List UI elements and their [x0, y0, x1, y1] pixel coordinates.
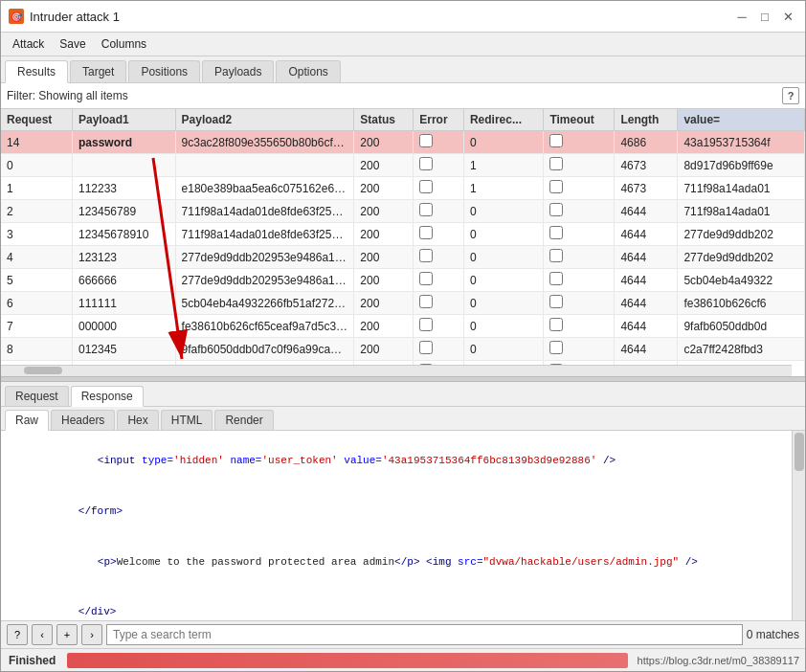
- table-cell: [544, 338, 615, 361]
- help-button[interactable]: ?: [7, 624, 28, 645]
- tab-request[interactable]: Request: [5, 386, 69, 406]
- table-cell: 200: [354, 177, 414, 200]
- filter-help-button[interactable]: ?: [782, 87, 799, 104]
- table-row[interactable]: 0200146738d917d96b9ff69e: [1, 154, 805, 177]
- table-scroll[interactable]: Request Payload1 Payload2 Status Error R…: [1, 109, 805, 376]
- row-checkbox[interactable]: [419, 318, 433, 331]
- tab-hex[interactable]: Hex: [117, 410, 158, 430]
- table-row[interactable]: 80123459fafb6050ddb0d7c0f96a99ca2a...200…: [1, 338, 805, 361]
- filter-text: Filter: Showing all items: [7, 89, 778, 102]
- table-cell: [544, 154, 615, 177]
- tab-html[interactable]: HTML: [161, 410, 213, 430]
- table-cell: 711f98a14ada01: [678, 200, 805, 223]
- table-cell: 9c3ac28f809e355650b80b6cfd...: [175, 131, 354, 154]
- row-checkbox[interactable]: [419, 249, 433, 262]
- tab-headers[interactable]: Headers: [51, 410, 115, 430]
- row-checkbox[interactable]: [549, 134, 563, 147]
- table-cell: 8: [1, 338, 73, 361]
- bottom-panel: Request Response Raw Headers Hex HTML Re…: [1, 382, 805, 649]
- horizontal-scrollbar[interactable]: [1, 365, 792, 376]
- table-row[interactable]: 2123456789711f98a14ada01de8fde63f2546...…: [1, 200, 805, 223]
- table-cell: 200: [354, 338, 414, 361]
- table-cell: 4644: [615, 338, 678, 361]
- vertical-scrollbar[interactable]: [792, 431, 805, 621]
- row-checkbox[interactable]: [549, 272, 563, 285]
- next-button-add[interactable]: +: [56, 624, 78, 645]
- table-cell: c2a7ff2428fbd3: [678, 338, 805, 361]
- table-cell: [414, 246, 464, 269]
- table-cell: [414, 292, 464, 315]
- col-status: Status: [354, 109, 414, 131]
- table-row[interactable]: 14password9c3ac28f809e355650b80b6cfd...2…: [1, 131, 805, 154]
- row-checkbox[interactable]: [549, 157, 563, 170]
- row-checkbox[interactable]: [549, 295, 563, 308]
- tab-response[interactable]: Response: [71, 386, 144, 407]
- table-cell: 9fafb6050ddb0d: [678, 315, 805, 338]
- table-cell: 123456789: [73, 200, 176, 223]
- table-row[interactable]: 5666666277de9d9ddb202953e9486a144...2000…: [1, 269, 805, 292]
- title-bar: 🎯 Intruder attack 1 ─ □ ✕: [1, 1, 805, 33]
- row-checkbox[interactable]: [419, 157, 433, 170]
- col-timeout: Timeout: [544, 109, 615, 131]
- row-checkbox[interactable]: [549, 318, 563, 331]
- menu-save[interactable]: Save: [52, 34, 93, 54]
- table-cell: 0: [463, 200, 543, 223]
- maximize-button[interactable]: □: [755, 7, 774, 26]
- table-cell: 200: [354, 131, 414, 154]
- row-checkbox[interactable]: [549, 203, 563, 216]
- row-checkbox[interactable]: [419, 134, 433, 147]
- row-checkbox[interactable]: [549, 180, 563, 193]
- scroll-thumb: [24, 367, 62, 374]
- table-cell: [414, 154, 464, 177]
- table-cell: 8d917d96b9ff69e: [678, 154, 805, 177]
- row-checkbox[interactable]: [419, 272, 433, 285]
- table-cell: 666666: [73, 269, 176, 292]
- menu-columns[interactable]: Columns: [94, 34, 154, 54]
- window-title: Intruder attack 1: [30, 10, 727, 24]
- table-cell: 0: [463, 338, 543, 361]
- table-cell: 711f98a14ada01de8fde63f2546...: [175, 200, 354, 223]
- table-cell: 12345678910: [73, 223, 176, 246]
- tab-results[interactable]: Results: [5, 60, 68, 83]
- app-icon: 🎯: [9, 9, 24, 24]
- tab-positions[interactable]: Positions: [128, 60, 200, 82]
- close-button[interactable]: ✕: [778, 7, 797, 26]
- tab-payloads[interactable]: Payloads: [202, 60, 274, 82]
- main-window: 🎯 Intruder attack 1 ─ □ ✕ Attack Save Co…: [0, 0, 806, 672]
- table-cell: 0: [1, 154, 73, 177]
- table-row[interactable]: 7000000fe38610b626cf65ceaf9a7d5c39...200…: [1, 315, 805, 338]
- table-cell: 1: [463, 154, 543, 177]
- table-row[interactable]: 61111115cb04eb4a4932266fb51af2726...2000…: [1, 292, 805, 315]
- prev-button[interactable]: ‹: [32, 624, 53, 645]
- status-bar: Finished https://blog.c3dr.net/m0_383891…: [1, 648, 805, 671]
- table-row[interactable]: 312345678910711f98a14ada01de8fde63f2546.…: [1, 223, 805, 246]
- menu-attack[interactable]: Attack: [5, 34, 52, 54]
- search-input[interactable]: [106, 624, 743, 645]
- row-checkbox[interactable]: [549, 341, 563, 354]
- table-cell: 0: [463, 246, 543, 269]
- table-cell: [544, 246, 615, 269]
- table-cell: 0: [463, 269, 543, 292]
- table-cell: [544, 315, 615, 338]
- minimize-button[interactable]: ─: [732, 7, 751, 26]
- row-checkbox[interactable]: [549, 249, 563, 262]
- tab-raw[interactable]: Raw: [5, 410, 49, 431]
- row-checkbox[interactable]: [419, 341, 433, 354]
- table-cell: 7: [1, 315, 73, 338]
- row-checkbox[interactable]: [419, 180, 433, 193]
- tab-target[interactable]: Target: [70, 60, 126, 82]
- table-row[interactable]: 4123123277de9d9ddb202953e9486a144...2000…: [1, 246, 805, 269]
- table-row[interactable]: 1112233e180e389baa5ea6c075162e60a...2001…: [1, 177, 805, 200]
- next-button[interactable]: ›: [81, 624, 102, 645]
- row-checkbox[interactable]: [419, 226, 433, 239]
- table-cell: 4: [1, 246, 73, 269]
- row-checkbox[interactable]: [549, 226, 563, 239]
- response-code-area[interactable]: <input type='hidden' name='user_token' v…: [1, 431, 805, 621]
- table-cell: 3: [1, 223, 73, 246]
- tab-options[interactable]: Options: [276, 60, 340, 82]
- table-cell: 277de9d9ddb202: [678, 246, 805, 269]
- row-checkbox[interactable]: [419, 295, 433, 308]
- row-checkbox[interactable]: [419, 203, 433, 216]
- table-cell: 277de9d9ddb202: [678, 223, 805, 246]
- tab-render[interactable]: Render: [214, 410, 273, 430]
